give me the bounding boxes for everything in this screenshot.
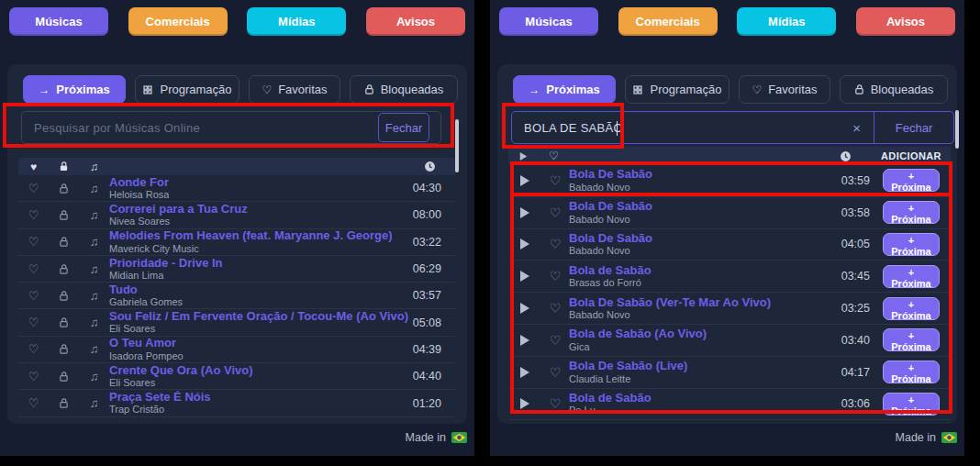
song-artist: Isadora Pompeo bbox=[109, 350, 184, 362]
song-title[interactable]: Praça Sete É Nóis bbox=[109, 391, 211, 404]
song-duration: 04:30 bbox=[413, 182, 456, 194]
music-note-icon[interactable]: ♫ bbox=[79, 316, 109, 329]
favorite-heart-icon[interactable]: ♡ bbox=[18, 208, 49, 222]
add-next-button[interactable]: + Próxima bbox=[883, 328, 940, 351]
musicas-button[interactable]: Músicas bbox=[9, 7, 108, 36]
made-in-footer: Made in bbox=[406, 431, 467, 444]
block-lock-icon[interactable] bbox=[49, 316, 79, 328]
song-title[interactable]: Aonde For bbox=[109, 176, 169, 189]
music-note-icon[interactable]: ♫ bbox=[79, 396, 109, 410]
comerciais-button[interactable]: Comerciais bbox=[618, 7, 718, 36]
play-icon[interactable] bbox=[508, 302, 541, 315]
search-result-row: ♡ Bola de Sabão (Ao Vivo) Gica 03:40 + P… bbox=[508, 325, 951, 357]
favorite-heart-icon[interactable]: ♡ bbox=[541, 396, 569, 411]
tab-proximas[interactable]: → Próximas bbox=[513, 75, 616, 104]
favorite-heart-icon[interactable]: ♡ bbox=[541, 365, 569, 380]
song-title[interactable]: Sou Feliz / Em Fervente Oração / Tocou-M… bbox=[109, 310, 408, 323]
play-icon[interactable] bbox=[508, 334, 541, 347]
song-title[interactable]: Bola De Sabão bbox=[569, 200, 652, 213]
musicas-button[interactable]: Músicas bbox=[499, 7, 598, 36]
play-icon[interactable] bbox=[508, 366, 541, 379]
block-lock-icon[interactable] bbox=[49, 209, 79, 221]
add-next-button[interactable]: + Próxima bbox=[883, 233, 940, 256]
favorite-heart-icon[interactable]: ♡ bbox=[541, 333, 569, 348]
song-duration: 03:40 bbox=[831, 334, 870, 347]
block-lock-icon[interactable] bbox=[49, 183, 79, 194]
add-next-button[interactable]: + Próxima bbox=[883, 393, 940, 416]
tab-bloqueadas[interactable]: Bloqueadas bbox=[350, 75, 458, 104]
tab-proximas[interactable]: → Próximas bbox=[23, 75, 126, 104]
block-lock-icon[interactable] bbox=[49, 343, 79, 355]
favorite-heart-icon[interactable]: ♡ bbox=[18, 396, 49, 410]
song-title[interactable]: Melodies From Heaven (feat. Maryanne J. … bbox=[109, 229, 392, 242]
tab-programacao[interactable]: Programação bbox=[135, 75, 239, 104]
favorite-heart-icon[interactable]: ♡ bbox=[18, 262, 49, 276]
search-input[interactable] bbox=[512, 121, 840, 135]
song-title[interactable]: Prioridade - Drive In bbox=[109, 257, 223, 270]
block-lock-icon[interactable] bbox=[49, 290, 79, 302]
add-next-button[interactable]: + Próxima bbox=[883, 361, 940, 383]
comerciais-button[interactable]: Comerciais bbox=[128, 7, 228, 36]
music-note-icon[interactable]: ♫ bbox=[79, 235, 109, 249]
favorite-heart-icon[interactable]: ♡ bbox=[18, 370, 49, 383]
add-next-button[interactable]: + Próxima bbox=[883, 297, 940, 320]
play-icon[interactable] bbox=[508, 174, 541, 187]
music-note-icon[interactable]: ♫ bbox=[79, 182, 109, 195]
favorite-heart-icon[interactable]: ♡ bbox=[18, 289, 49, 303]
avisos-button[interactable]: Avisos bbox=[856, 7, 955, 36]
tab-favoritas[interactable]: ♡ Favoritas bbox=[249, 75, 340, 104]
block-lock-icon[interactable] bbox=[49, 371, 79, 383]
play-icon[interactable] bbox=[508, 270, 541, 283]
favorite-heart-icon[interactable]: ♡ bbox=[18, 316, 49, 329]
block-lock-icon[interactable] bbox=[49, 263, 79, 275]
add-next-button[interactable]: + Próxima bbox=[883, 169, 940, 192]
play-icon[interactable] bbox=[508, 397, 541, 410]
favorite-heart-icon[interactable]: ♡ bbox=[541, 205, 569, 220]
tab-favoritas[interactable]: ♡ Favoritas bbox=[739, 75, 830, 104]
song-title[interactable]: Correrei para a Tua Cruz bbox=[109, 203, 248, 216]
music-note-icon[interactable]: ♫ bbox=[79, 289, 109, 303]
tab-label: Programação bbox=[160, 83, 231, 96]
search-result-row: ♡ Bola De Sabão (Ver-Te Mar Ao Vivo) Bab… bbox=[508, 293, 951, 325]
song-title[interactable]: Bola de Sabão (Ao Vivo) bbox=[569, 327, 707, 340]
play-icon[interactable] bbox=[508, 206, 541, 219]
song-title[interactable]: O Teu Amor bbox=[109, 337, 184, 350]
midias-button[interactable]: Mídias bbox=[737, 7, 836, 36]
scrollbar-thumb[interactable] bbox=[455, 119, 459, 172]
favorite-heart-icon[interactable]: ♡ bbox=[541, 237, 569, 251]
favorite-heart-icon[interactable]: ♡ bbox=[541, 173, 569, 188]
song-title[interactable]: Bola De Sabão bbox=[569, 232, 652, 245]
song-title[interactable]: Bola De Sabão (Ver-Te Mar Ao Vivo) bbox=[569, 296, 771, 309]
song-title[interactable]: Bola De Sabão bbox=[569, 168, 652, 181]
favorite-heart-icon[interactable]: ♡ bbox=[541, 301, 569, 316]
music-note-icon[interactable]: ♫ bbox=[79, 262, 109, 276]
add-next-button[interactable]: + Próxima bbox=[883, 201, 940, 224]
favorite-heart-icon[interactable]: ♡ bbox=[18, 182, 49, 195]
music-note-icon[interactable]: ♫ bbox=[79, 208, 109, 222]
tab-bloqueadas[interactable]: Bloqueadas bbox=[840, 75, 948, 104]
tab-programacao[interactable]: Programação bbox=[625, 75, 729, 104]
music-note-icon[interactable]: ♫ bbox=[79, 370, 109, 383]
song-title[interactable]: Crente Que Ora (Ao Vivo) bbox=[109, 364, 253, 377]
scrollbar-thumb[interactable] bbox=[955, 110, 959, 149]
play-icon[interactable] bbox=[508, 238, 541, 250]
add-next-button[interactable]: + Próxima bbox=[883, 265, 940, 288]
panel-after-search: Músicas Comerciais Mídias Avisos → Próxi… bbox=[490, 0, 964, 456]
favorite-heart-icon[interactable]: ♡ bbox=[541, 269, 569, 283]
song-title[interactable]: Bola De Sabão (Live) bbox=[569, 360, 687, 372]
close-search-button[interactable]: Fechar bbox=[874, 121, 953, 135]
clock-icon bbox=[840, 150, 852, 162]
favorite-heart-icon[interactable]: ♡ bbox=[18, 342, 49, 356]
block-lock-icon[interactable] bbox=[49, 236, 79, 248]
avisos-button[interactable]: Avisos bbox=[366, 7, 465, 36]
favorite-heart-icon[interactable]: ♡ bbox=[18, 235, 49, 249]
music-note-icon[interactable]: ♫ bbox=[79, 342, 109, 356]
block-lock-icon[interactable] bbox=[49, 397, 79, 409]
midias-button[interactable]: Mídias bbox=[247, 7, 346, 36]
song-title[interactable]: Tudo bbox=[109, 283, 183, 296]
song-title[interactable]: Bola de Sabão bbox=[569, 392, 651, 405]
clear-search-icon[interactable]: × bbox=[840, 120, 874, 136]
heart-icon: ♡ bbox=[262, 83, 272, 96]
close-search-button[interactable]: Fechar bbox=[378, 113, 429, 142]
song-title[interactable]: Bola de Sabão bbox=[569, 264, 651, 277]
